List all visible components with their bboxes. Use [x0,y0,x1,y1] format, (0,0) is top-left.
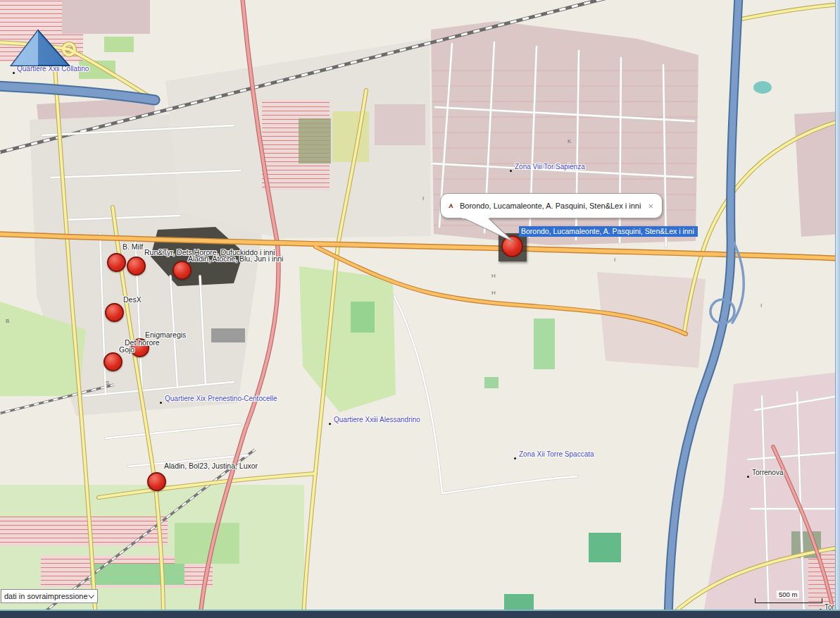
map-application: IHHIKISB Quartiere Xxii CollatinoZona Vi… [0,0,840,618]
poi-marker[interactable] [173,261,192,280]
poi-label: Aladin, Atoche, Blu, Jun i inni [188,254,283,263]
artist-a-icon [448,200,454,211]
poi-marker[interactable] [147,472,166,491]
position-triangle-icon[interactable] [7,28,73,69]
poi-marker[interactable] [127,257,146,276]
poi-label: DesX [123,295,142,304]
overlay-data-select-value: dati in sovraimpressione [1,592,88,600]
poi-label: B. Milf [123,242,143,251]
selected-poi-label: Borondo, Lucamaleonte, A. Pasquini, Sten… [519,226,698,237]
popup-bubble: Borondo, Lucamaleonte, A. Pasquini, Sten… [440,193,663,218]
scale-bar [755,598,822,603]
poi-marker[interactable] [107,253,126,272]
poi-label: Aladin, Bol23, Justina, Luxor [164,462,258,470]
poi-popup: Borondo, Lucamaleonte, A. Pasquini, Sten… [440,193,663,218]
window-border-bottom [0,610,840,618]
chevron-down-icon [88,594,94,599]
scale-bar-label: 500 m [777,591,799,598]
poi-label: Gojo [119,345,134,354]
map-canvas[interactable] [0,0,840,618]
popup-title: Borondo, Lucamaleonte, A. Pasquini, Sten… [460,202,641,210]
poi-marker[interactable] [105,303,124,322]
poi-marker[interactable] [104,352,123,371]
overlay-data-select[interactable]: dati in sovraimpressione [1,589,98,603]
window-border-right [835,0,840,610]
popup-close-icon[interactable]: × [646,202,655,211]
popup-tail [458,218,523,246]
